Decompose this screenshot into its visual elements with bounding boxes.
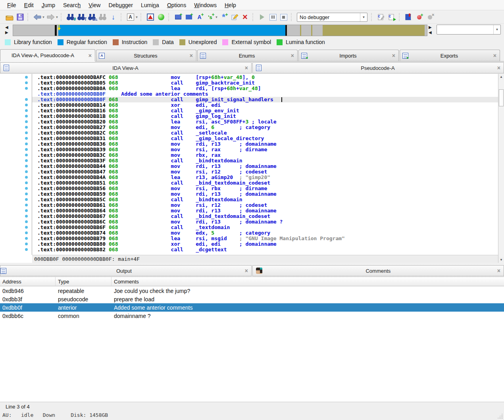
lumina-icon[interactable] bbox=[156, 12, 166, 22]
undefine-icon[interactable]: *+ bbox=[219, 12, 229, 22]
listing-line[interactable]: .text:00000000000DBB80 068 xor edi, edi … bbox=[32, 241, 498, 247]
close-icon[interactable]: × bbox=[242, 65, 251, 71]
bookmarks-icon[interactable] bbox=[404, 12, 414, 22]
menu-view[interactable]: View bbox=[85, 1, 104, 10]
pseudocode-pane-header[interactable]: Pseudocode-A × bbox=[252, 62, 504, 73]
make-name-icon[interactable]: A+ bbox=[194, 12, 204, 22]
close-icon[interactable]: × bbox=[187, 53, 196, 58]
debugger-select[interactable]: No debugger▼ bbox=[297, 13, 367, 22]
menu-windows[interactable]: Windows bbox=[190, 1, 221, 10]
menu-debugger[interactable]: Debugger bbox=[104, 1, 137, 10]
listing-line[interactable]: .text:00000000000DBB56 068 mov rsi, rbx … bbox=[32, 186, 498, 191]
close-icon[interactable]: × bbox=[288, 53, 297, 58]
menu-edit[interactable]: Edit bbox=[20, 1, 38, 10]
table-row[interactable]: 0xdbb6ccommondomainname ? bbox=[0, 312, 504, 320]
menu-jump[interactable]: Jump bbox=[38, 1, 59, 10]
listing-line[interactable]: .text:00000000000DBB31 068 call _gimp_lo… bbox=[32, 136, 498, 141]
listing-line[interactable]: .text:00000000000DBB0F Added some anteri… bbox=[32, 91, 498, 97]
close-icon[interactable]: × bbox=[494, 65, 504, 71]
tab-structures[interactable]: AStructures× bbox=[96, 50, 196, 61]
column-header-type[interactable]: Type bbox=[56, 277, 112, 286]
listing-line[interactable]: .text:00000000000DBB3C 068 mov rbx, rax bbox=[32, 152, 498, 158]
save-file-icon[interactable] bbox=[15, 12, 25, 22]
nav-back-icon[interactable] bbox=[32, 12, 42, 22]
listing-line[interactable]: .text:00000000000DBB05 068 call gimp_bac… bbox=[32, 80, 498, 86]
resize-grip[interactable] bbox=[497, 413, 503, 419]
search-imm-icon[interactable]: 101 bbox=[87, 12, 97, 22]
comments-pane-header[interactable]: Comments × bbox=[252, 265, 504, 276]
nav-forward-icon-dropdown[interactable]: ▼ bbox=[55, 15, 59, 19]
menu-file[interactable]: File bbox=[3, 1, 20, 10]
close-icon[interactable]: × bbox=[389, 53, 398, 58]
menu-search[interactable]: Search bbox=[59, 1, 85, 10]
make-string-icon[interactable]: 's+ bbox=[205, 12, 215, 22]
graph-overview-select[interactable]: ▼ bbox=[437, 25, 501, 35]
disassembly-listing[interactable]: .text:00000000000DBAFC 068 mov [rsp+68h+… bbox=[0, 74, 504, 263]
open-file-icon[interactable] bbox=[4, 12, 14, 22]
navband-left-down-arrow[interactable]: ▶ bbox=[5, 31, 8, 35]
navband-right-down-arrow[interactable]: ◀ bbox=[429, 31, 432, 35]
column-header-address[interactable]: Address bbox=[0, 277, 56, 286]
listing-line[interactable]: .text:00000000000DBB36 068 mov rdi, r13 … bbox=[32, 141, 498, 147]
column-header-comments[interactable]: Comments bbox=[112, 277, 504, 286]
search-text-icon[interactable]: T bbox=[76, 12, 86, 22]
table-row[interactable]: 0xdbb3fpseudocodeprepare the load bbox=[0, 295, 504, 303]
make-string-icon-dropdown[interactable]: ▼ bbox=[215, 15, 218, 19]
listing-line[interactable]: .text:00000000000DBB59 068 mov rdi, r13 … bbox=[32, 191, 498, 197]
listing-scrollbar[interactable]: ▲ ▼ bbox=[498, 74, 504, 263]
ascii-format-icon[interactable]: A bbox=[125, 12, 135, 22]
listing-line[interactable]: .text:00000000000DBB79 068 lea rsi, msgi… bbox=[32, 236, 498, 241]
listing-line[interactable]: .text:00000000000DBB27 068 mov edi, 6 ; … bbox=[32, 125, 498, 130]
listing-line[interactable]: .text:00000000000DBB2C 068 call _setloca… bbox=[32, 130, 498, 136]
listing-line[interactable]: .text:00000000000DBB61 068 mov rsi, r12 … bbox=[32, 202, 498, 208]
remove-breakpoint-icon[interactable]: × bbox=[425, 12, 435, 22]
table-row[interactable]: 0xdb946repeatableJoe could you check the… bbox=[0, 287, 504, 295]
listing-line[interactable]: .text:00000000000DBB44 068 mov rdi, r13 … bbox=[32, 164, 498, 169]
close-icon[interactable]: × bbox=[490, 53, 500, 58]
listing-line[interactable]: .text:00000000000DBB6C 068 mov rdi, r13 … bbox=[32, 219, 498, 225]
tab-exports[interactable]: ▸Exports× bbox=[400, 50, 500, 61]
table-row[interactable]: 0xdbb0fanteriorAdded some anterior comme… bbox=[0, 303, 504, 312]
delete-icon[interactable]: × bbox=[240, 12, 250, 22]
tab-ida-view-a-pseudocode-a[interactable]: IDA View-A, Pseudocode-A× bbox=[0, 49, 95, 62]
ascii-format-icon-dropdown[interactable]: ▼ bbox=[135, 15, 139, 19]
stop-process-icon[interactable] bbox=[279, 12, 289, 22]
tab-enums[interactable]: Enums× bbox=[197, 50, 298, 61]
tab-imports[interactable]: ◂Imports× bbox=[298, 50, 399, 61]
listing-lines[interactable]: .text:00000000000DBAFC 068 mov [rsp+68h+… bbox=[32, 75, 498, 255]
nav-back-icon-dropdown[interactable]: ▼ bbox=[42, 15, 45, 19]
listing-line[interactable]: .text:00000000000DBB74 068 mov edx, 5 ; … bbox=[32, 230, 498, 236]
close-icon[interactable]: × bbox=[85, 53, 95, 58]
output-pane-header[interactable]: Output × bbox=[0, 265, 252, 276]
listing-line[interactable]: .text:00000000000DBB4A 068 lea r13, aGim… bbox=[32, 175, 498, 180]
menu-lumina[interactable]: Lumina bbox=[137, 1, 163, 10]
scroll-down-icon[interactable]: ▼ bbox=[498, 257, 504, 262]
make-data-icon[interactable]: + bbox=[184, 12, 194, 22]
search-hex-icon[interactable]: # bbox=[65, 12, 75, 22]
listing-line[interactable]: .text:00000000000DBAFC 068 mov [rsp+68h+… bbox=[32, 75, 498, 80]
navband-right-up-arrow[interactable]: ▶ bbox=[429, 25, 432, 29]
ida-view-pane-header[interactable]: IDA View-A × bbox=[0, 62, 252, 73]
execute-script-icon[interactable]: c bbox=[387, 12, 396, 22]
pause-process-icon[interactable] bbox=[268, 12, 278, 22]
listing-line[interactable]: .text:00000000000DBB6F 068 call _textdom… bbox=[32, 225, 498, 230]
listing-line[interactable]: .text:00000000000DBB5C 068 call _bindtex… bbox=[32, 197, 498, 202]
close-icon[interactable]: × bbox=[242, 268, 251, 274]
problems-icon[interactable] bbox=[145, 12, 155, 22]
listing-line[interactable]: .text:00000000000DBB0F 068 call gimp_ini… bbox=[32, 97, 498, 102]
make-code-icon[interactable]: + bbox=[173, 12, 183, 22]
listing-line[interactable]: .text:00000000000DBB16 068 call _gimp_en… bbox=[32, 108, 498, 114]
menu-options[interactable]: Options bbox=[163, 1, 190, 10]
nav-forward-icon[interactable] bbox=[46, 12, 56, 22]
listing-line[interactable]: .text:00000000000DBB82 068 call _dcgette… bbox=[32, 247, 498, 252]
edit-comment-icon[interactable] bbox=[229, 12, 239, 22]
listing-line[interactable]: .text:00000000000DBB3F 068 call _bindtex… bbox=[32, 158, 498, 164]
add-breakpoint-icon[interactable]: + bbox=[414, 12, 424, 22]
jump-down-icon[interactable]: ↓ bbox=[108, 12, 118, 22]
listing-line[interactable]: .text:00000000000DBB39 068 mov rsi, rax … bbox=[32, 147, 498, 152]
navigation-band[interactable] bbox=[13, 25, 427, 36]
menu-help[interactable]: Help bbox=[221, 1, 240, 10]
navband-left-up-arrow[interactable]: ◀ bbox=[5, 25, 8, 29]
listing-line[interactable]: .text:00000000000DBB51 068 call _bind_te… bbox=[32, 180, 498, 186]
listing-line[interactable]: .text:00000000000DBB14 068 xor edi, edi bbox=[32, 102, 498, 108]
